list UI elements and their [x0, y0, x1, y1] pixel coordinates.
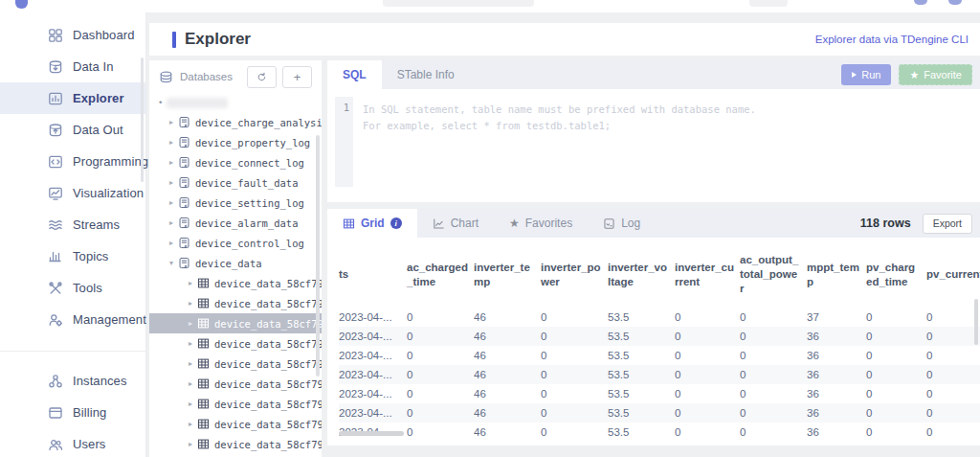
database-node-redacted[interactable]: * [149, 95, 322, 112]
cell: 0 [926, 308, 980, 327]
tab-grid[interactable]: Gridi [327, 209, 417, 238]
cell: 0 [926, 327, 980, 346]
cell: 2023-04-... [339, 384, 407, 403]
chevron-right-icon: ▸ [167, 178, 176, 187]
tab-label: Chart [451, 217, 479, 230]
tree-stable-device_control_log[interactable]: ▸device_control_log [149, 233, 322, 253]
table-icon [197, 398, 210, 410]
sidebar-item-label: Users [73, 437, 105, 451]
cell: 0 [407, 308, 474, 327]
tree-table-device_data_58cf792[interactable]: ▸device_data_58cf792 [149, 354, 322, 374]
topbar-placeholder [749, 0, 788, 7]
sidebar-item-dashboard[interactable]: Dashboard [0, 19, 145, 51]
sidebar-divider [0, 351, 145, 352]
tab-chart[interactable]: Chart [417, 209, 494, 238]
sql-editor[interactable]: 1 In SQL statement, table name must be p… [335, 97, 969, 187]
tree-scrollbar[interactable] [316, 135, 320, 377]
cell: 0 [740, 384, 807, 403]
tree-stable-device_data[interactable]: ▾device_data [149, 253, 322, 273]
results-tabbar: GridiChart★FavoritesLog 118 rows Export [327, 209, 980, 238]
tree-table-device_data_58cf792[interactable]: ▸device_data_58cf792 [149, 374, 322, 394]
cell: 53.5 [608, 308, 675, 327]
tree-stable-device_fault_data[interactable]: ▸device_fault_data [149, 172, 322, 193]
sidebar-item-data-out[interactable]: Data Out [0, 114, 145, 146]
sidebar-item-label: Programming [73, 154, 148, 169]
tree-stable-device_property_log[interactable]: ▸device_property_log [149, 132, 322, 152]
database-icon [159, 70, 173, 84]
cell: 0 [926, 346, 980, 365]
topbar-icon[interactable] [948, 0, 962, 5]
sidebar-item-streams[interactable]: Streams [0, 209, 145, 240]
tree-table-device_data_58cf792[interactable]: ▸device_data_58cf792 [149, 273, 322, 293]
sidebar-item-users[interactable]: Users [0, 428, 145, 457]
tree-stable-device_charge_analysis[interactable]: ▸device_charge_analysis [149, 112, 322, 132]
explorer-icon [48, 91, 63, 106]
users-icon [48, 437, 63, 452]
cell: 0 [926, 423, 980, 442]
cell: 36 [807, 384, 866, 403]
vertical-scrollbar[interactable] [974, 299, 978, 345]
tab-favorites[interactable]: ★Favorites [494, 209, 588, 238]
sidebar-item-tools[interactable]: Tools [0, 272, 145, 304]
tab-log[interactable]: Log [588, 209, 656, 238]
sidebar-item-topics[interactable]: Topics [0, 240, 145, 272]
sidebar-item-billing[interactable]: Billing [0, 397, 145, 428]
tree-table-label: device_data_58cf792 [214, 419, 322, 430]
cell: 0 [926, 384, 980, 403]
table-icon [197, 337, 210, 350]
export-button[interactable]: Export [923, 214, 972, 234]
cell: 0 [866, 346, 926, 365]
tab-label: SQL [343, 68, 367, 81]
app-logo[interactable] [15, 0, 28, 9]
cell: 46 [474, 327, 541, 346]
horizontal-scrollbar[interactable] [339, 431, 404, 436]
table-row: 2023-04-...046053.5003600 [339, 327, 980, 346]
title-accent-bar [172, 32, 176, 48]
tab-stable-info[interactable]: STable Info [382, 60, 470, 89]
databases-panel: Databases + * ▸device_charge_analysis▸de… [149, 60, 322, 457]
tree-table-device_data_58cf791[interactable]: ▸device_data_58cf791 [149, 313, 322, 333]
tree-table-device_data_58cf791[interactable]: ▸device_data_58cf791 [149, 333, 322, 354]
sidebar-item-explorer[interactable]: Explorer [0, 82, 145, 114]
tree-stable-device_connect_log[interactable]: ▸device_connect_log [149, 152, 322, 172]
cell: 2023-04-... [339, 403, 407, 423]
result-table: tsac_charged_timeinverter_tempinverter_p… [339, 241, 980, 442]
add-database-button[interactable]: + [282, 66, 312, 88]
cli-link[interactable]: Explorer data via TDengine CLI [815, 34, 969, 45]
sidebar-item-management[interactable]: Management [0, 304, 145, 335]
topics-icon [48, 249, 63, 264]
tree-stable-device_alarm_data[interactable]: ▸device_alarm_data [149, 213, 322, 233]
tree-table-device_data_58cf791[interactable]: ▸device_data_58cf791 [149, 434, 322, 454]
refresh-button[interactable] [247, 66, 277, 88]
cell: 0 [675, 346, 740, 365]
data-in-icon [48, 59, 63, 75]
row-count: 118 rows [860, 217, 911, 230]
sidebar-item-visualization[interactable]: Visualization [0, 177, 145, 209]
tree-table-device_data_58cf792[interactable]: ▸device_data_58cf792 [149, 414, 322, 434]
sql-panel: SQLSTable Info Run ★Favorite 1 In SQL st… [327, 60, 980, 202]
sidebar-item-programming[interactable]: Programming [0, 146, 145, 177]
cell: 0 [675, 384, 740, 403]
tree-table-device_data_58cf792[interactable]: ▸device_data_58cf792 [149, 394, 322, 414]
favorite-button[interactable]: ★Favorite [899, 64, 972, 85]
star-icon: ★ [509, 217, 520, 229]
cell: 37 [807, 308, 866, 327]
run-button[interactable]: Run [841, 64, 891, 85]
tree-stable-device_setting_log[interactable]: ▸device_setting_log [149, 193, 322, 213]
results-actions: 118 rows Export [860, 209, 980, 238]
cell: 0 [541, 365, 608, 384]
instances-icon [48, 374, 63, 389]
stable-icon [178, 116, 190, 128]
tab-sql[interactable]: SQL [327, 60, 382, 89]
topbar-icon[interactable] [914, 0, 927, 5]
management-icon [48, 312, 63, 328]
cell: 46 [474, 365, 541, 384]
sidebar-item-data-in[interactable]: Data In [0, 51, 145, 82]
cell: 0 [541, 346, 608, 365]
sidebar-item-instances[interactable]: Instances [0, 365, 145, 397]
sidebar-item-label: Instances [73, 374, 127, 388]
tab-label: Log [621, 217, 640, 230]
sidebar-scrollbar[interactable] [141, 57, 144, 182]
tree-table-device_data_58cf792[interactable]: ▸device_data_58cf792 [149, 293, 322, 313]
tools-icon [48, 281, 63, 296]
